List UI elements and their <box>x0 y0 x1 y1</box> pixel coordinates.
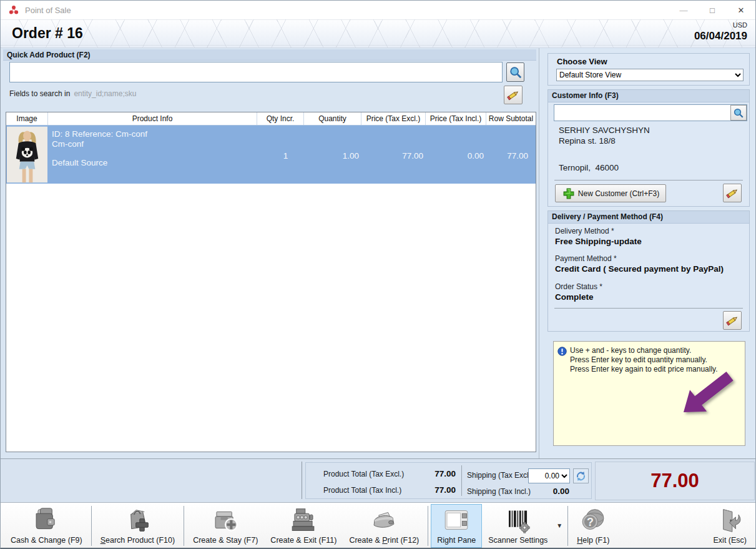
right-pane-toggle-button[interactable]: Right Pane <box>431 504 482 548</box>
table-row[interactable]: ID: 8 Reference: Cm-conf Cm-conf Default… <box>6 126 536 184</box>
delivery-payment-header: Delivery / Payment Method (F4) <box>548 211 749 224</box>
product-total-incl-value: 77.00 <box>412 485 456 495</box>
refresh-shipping-button[interactable] <box>573 468 589 483</box>
col-price-excl: Price (Tax Excl.) <box>361 112 426 125</box>
title-bar: Point of Sale — □ ✕ <box>1 1 755 19</box>
customer-search-button[interactable] <box>730 105 747 121</box>
delivery-edit-button[interactable] <box>723 311 742 330</box>
right-pane-icon <box>442 507 471 535</box>
shipping-amount-select[interactable]: 0.00 <box>528 468 570 483</box>
window-title: Point of Sale <box>25 6 71 15</box>
hint-line-1: Use + and - keys to change quantity. <box>570 346 718 355</box>
payment-method-label: Payment Method * <box>555 254 617 263</box>
quick-add-search-input[interactable] <box>9 62 503 82</box>
quick-add-header: Quick Add Product (F2) <box>3 49 536 61</box>
toolbar-label: Scanner Settings <box>488 536 547 545</box>
fields-label: Fields to search in <box>9 89 70 98</box>
maximize-icon[interactable]: □ <box>698 1 727 19</box>
box-plus-icon <box>211 507 240 535</box>
new-customer-button[interactable]: New Customer (Ctrl+F3) <box>555 184 666 202</box>
cell-qty-incr: 1 <box>262 126 309 186</box>
page-title: Order # 16 <box>12 25 83 42</box>
close-icon[interactable]: ✕ <box>727 1 755 19</box>
currency-label: USD <box>733 21 747 29</box>
cell-quantity: 1.00 <box>309 126 366 186</box>
product-total-incl-label: Product Total (Tax Incl.) <box>323 486 401 495</box>
delivery-payment-box: Delivery / Payment Method (F4) Delivery … <box>547 210 750 332</box>
svg-text:?: ? <box>587 515 594 528</box>
customer-name: SERHIY SAVCHYSHYN <box>559 126 650 135</box>
divider <box>428 506 428 546</box>
exit-button[interactable]: Exit (Esc) <box>707 504 753 548</box>
create-stay-button[interactable]: Create & Stay (F7) <box>187 504 264 548</box>
customer-address: Repina st. 18/8 <box>559 136 616 146</box>
help-button[interactable]: ? Help (F1) <box>571 504 616 548</box>
create-print-button[interactable]: Create & Print (F12) <box>343 504 425 548</box>
order-status-label: Order Status * <box>555 282 602 291</box>
product-name: Cm-conf <box>52 139 262 149</box>
customer-edit-button[interactable] <box>723 184 742 202</box>
wallet-icon <box>32 507 61 535</box>
minimize-icon[interactable]: — <box>669 1 698 19</box>
app-logo-icon <box>8 4 19 16</box>
customer-search-input[interactable] <box>554 104 747 121</box>
divider <box>554 308 743 309</box>
new-customer-label: New Customer (Ctrl+F3) <box>578 189 659 198</box>
divider <box>184 506 184 546</box>
delivery-method-value: Free Shipping-update <box>555 237 642 246</box>
product-table: Image Product Info Qty Incr. Quantity Pr… <box>6 112 536 452</box>
scanner-settings-dropdown-icon[interactable]: ▼ <box>554 522 565 529</box>
product-id-line: ID: 8 Reference: Cm-conf <box>52 129 262 139</box>
bag-plus-icon <box>123 507 152 535</box>
customer-city: Ternopil, 46000 <box>559 163 619 172</box>
search-product-button[interactable]: Search Product (F10) <box>94 504 182 548</box>
col-quantity: Quantity <box>304 112 361 125</box>
pencil-icon <box>725 314 739 327</box>
hint-box: Use + and - keys to change quantity. Pre… <box>553 341 745 446</box>
delivery-method-label: Delivery Method * <box>555 227 614 235</box>
totals-box: Product Total (Tax Excl.) 77.00 Product … <box>305 462 592 499</box>
toolbar-label: Create & Stay (F7) <box>193 536 258 545</box>
product-total-excl-label: Product Total (Tax Excl.) <box>323 470 404 478</box>
grand-total-box: 77.00 <box>595 462 755 500</box>
create-exit-button[interactable]: Create & Exit (F11) <box>264 504 343 548</box>
bottom-toolbar: Cash & Change (F9) Search Product (F10) <box>1 502 756 548</box>
pencil-icon <box>725 186 739 200</box>
quick-add-search-button[interactable] <box>506 62 524 82</box>
toolbar-label: Create & Print (F12) <box>349 536 419 545</box>
shipping-incl-label: Shipping (Tax Incl.) <box>467 487 531 496</box>
scanner-settings-button[interactable]: Scanner Settings <box>482 504 554 548</box>
product-table-header: Image Product Info Qty Incr. Quantity Pr… <box>6 112 536 126</box>
fields-to-search: Fields to search inentity_id;name;sku <box>9 89 136 98</box>
col-price-incl: Price (Tax Incl.) <box>426 112 486 125</box>
shipping-incl-value: 0.00 <box>531 487 569 496</box>
toolbar-label: Exit (Esc) <box>714 536 747 545</box>
printer-icon <box>370 507 398 535</box>
cash-change-button[interactable]: Cash & Change (F9) <box>4 504 89 548</box>
shipping-excl-label: Shipping (Tax Excl.) <box>467 471 533 480</box>
cell-row-subtotal: 77.00 <box>491 126 536 186</box>
choose-view-box: Choose View Default Store View <box>547 53 750 86</box>
col-row-subtotal: Row Subtotal <box>486 112 536 125</box>
col-product-info: Product Info <box>48 112 257 125</box>
quick-add-edit-button[interactable] <box>504 86 523 104</box>
barcode-gear-icon <box>504 507 533 535</box>
divider <box>567 506 568 546</box>
info-icon <box>557 347 567 356</box>
cell-price-incl: 0.00 <box>431 126 491 186</box>
toolbar-label: Cash & Change (F9) <box>11 536 82 545</box>
store-view-select[interactable]: Default Store View <box>556 69 744 81</box>
search-icon <box>733 107 744 119</box>
toolbar-label: Create & Exit (F11) <box>270 536 336 545</box>
exit-door-icon <box>715 507 744 535</box>
order-date: 06/04/2019 <box>694 30 747 42</box>
gear-icon <box>519 522 529 533</box>
cash-register-icon <box>289 507 318 535</box>
annotation-arrow-icon <box>672 363 741 425</box>
divider <box>461 465 462 496</box>
grand-total-value: 77.00 <box>650 470 699 492</box>
divider <box>91 506 92 546</box>
toolbar-label: Search Product (F10) <box>101 536 175 545</box>
help-icon: ? <box>579 507 607 535</box>
customer-info-header: Customer Info (F3) <box>548 90 749 102</box>
